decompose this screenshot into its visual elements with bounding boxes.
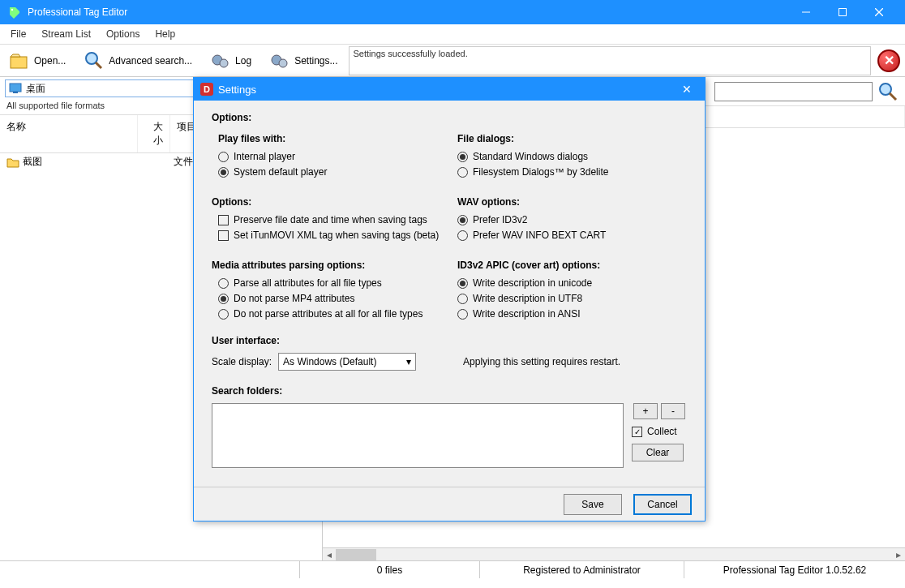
col-name[interactable]: 名称 [0,115,138,152]
clear-button[interactable]: Clear [632,444,684,461]
clear-status-button[interactable]: ✕ [877,49,900,72]
scroll-left-icon[interactable]: ◂ [323,548,336,561]
options2-heading: Options: [212,196,441,208]
file-dialogs-heading: File dialogs: [457,133,687,144]
open-button[interactable]: Open... [2,46,73,75]
remove-folder-button[interactable]: - [661,403,685,419]
radio-parse-none[interactable]: Do not parse attributes at all for all f… [218,308,441,320]
log-label: Log [235,55,251,67]
dialog-footer: Save Cancel [194,487,705,521]
advanced-search-label: Advanced search... [109,55,192,67]
desktop-icon [9,83,22,94]
svg-point-6 [86,53,97,64]
save-button[interactable]: Save [564,494,622,515]
gears-icon [269,50,290,71]
settings-dialog: D Settings ✕ Options: Play files with: I… [193,77,706,521]
chevron-down-icon: ▾ [406,356,411,367]
radio-filesystem-dialogs[interactable]: Filesystem Dialogs™ by 3delite [457,166,687,178]
titlebar: Professional Tag Editor [0,0,905,24]
scale-display-value: As Windows (Default) [283,356,376,367]
maximize-button[interactable] [824,0,860,24]
svg-rect-5 [11,57,27,68]
svg-rect-2 [839,9,846,16]
options-heading: Options: [212,112,687,123]
radio-apic-unicode[interactable]: Write description in unicode [457,277,687,289]
horizontal-scrollbar[interactable]: ◂ ▸ [323,547,905,560]
radio-no-mp4[interactable]: Do not parse MP4 attributes [218,293,441,304]
settings-button[interactable]: Settings... [262,46,345,75]
ui-heading: User interface: [212,335,687,346]
svg-point-14 [880,84,891,95]
svg-rect-12 [10,84,21,92]
status-version: Professional Tag Editor 1.0.52.62 [684,561,905,578]
menu-file[interactable]: File [4,26,32,42]
check-collect[interactable]: Collect [632,426,687,437]
status-message-box: Settings successfully loaded. [349,46,872,75]
media-heading: Media attributes parsing options: [212,260,441,271]
svg-line-15 [890,93,896,100]
menu-stream-list[interactable]: Stream List [35,26,97,42]
search-folders-heading: Search folders: [212,385,687,397]
scroll-right-icon[interactable]: ▸ [892,548,905,561]
dialog-close-button[interactable]: ✕ [676,78,698,101]
open-label: Open... [34,55,66,67]
cancel-button[interactable]: Cancel [633,494,692,515]
radio-prefer-wav-info[interactable]: Prefer WAV INFO BEXT CART [457,230,687,241]
menu-options[interactable]: Options [100,26,146,42]
advanced-search-button[interactable]: Advanced search... [76,46,199,75]
settings-label: Settings... [294,55,337,67]
svg-line-7 [96,62,101,68]
scroll-thumb[interactable] [336,549,376,560]
search-folders-list[interactable] [212,403,624,468]
menubar: File Stream List Options Help [0,24,905,45]
radio-system-player[interactable]: System default player [218,166,441,178]
close-button[interactable] [860,0,897,24]
wav-heading: WAV options: [457,196,687,208]
play-files-heading: Play files with: [218,133,441,144]
gears-icon [210,50,231,71]
add-folder-button[interactable]: + [633,403,658,419]
status-message: Settings successfully loaded. [354,49,468,73]
radio-standard-dialogs[interactable]: Standard Windows dialogs [457,151,687,162]
status-cell-1 [0,561,300,578]
location-text: 桌面 [26,82,45,96]
minimize-button[interactable] [787,0,824,24]
scale-display-label: Scale display: [212,356,272,367]
radio-internal-player[interactable]: Internal player [218,151,441,162]
app-icon [8,6,21,19]
svg-point-9 [220,59,228,67]
search-input[interactable] [714,82,873,101]
status-files: 0 files [300,561,480,578]
file-name: 截图 [19,155,141,169]
col-size[interactable]: 大小 [138,115,170,152]
toolbar: Open... Advanced search... Log Settings.… [0,45,905,77]
svg-point-11 [279,59,287,67]
scale-display-dropdown[interactable]: As Windows (Default) ▾ [278,353,416,371]
apic-heading: ID3v2 APIC (cover art) options: [457,260,687,271]
dialog-titlebar: D Settings ✕ [194,78,705,101]
svg-point-0 [11,9,13,11]
search-icon [84,50,105,71]
radio-prefer-id3v2[interactable]: Prefer ID3v2 [457,214,687,225]
radio-parse-all[interactable]: Parse all attributes for all file types [218,277,441,289]
check-itunmovi[interactable]: Set iTunMOVI XML tag when saving tags (b… [218,230,441,241]
dialog-app-icon: D [200,83,213,96]
svg-rect-13 [13,92,18,93]
dialog-title: Settings [218,84,676,96]
menu-help[interactable]: Help [148,26,182,42]
radio-apic-utf8[interactable]: Write description in UTF8 [457,293,687,304]
statusbar: 0 files Registered to Administrator Prof… [0,560,905,578]
folder-icon [6,157,19,168]
radio-apic-ansi[interactable]: Write description in ANSI [457,308,687,320]
log-button[interactable]: Log [203,46,259,75]
status-registered: Registered to Administrator [480,561,684,578]
check-preserve-date[interactable]: Preserve file date and time when saving … [218,214,441,225]
search-icon[interactable] [877,81,899,102]
app-title: Professional Tag Editor [28,6,787,18]
restart-note: Applying this setting requires restart. [463,356,620,367]
open-folder-icon [9,50,30,71]
